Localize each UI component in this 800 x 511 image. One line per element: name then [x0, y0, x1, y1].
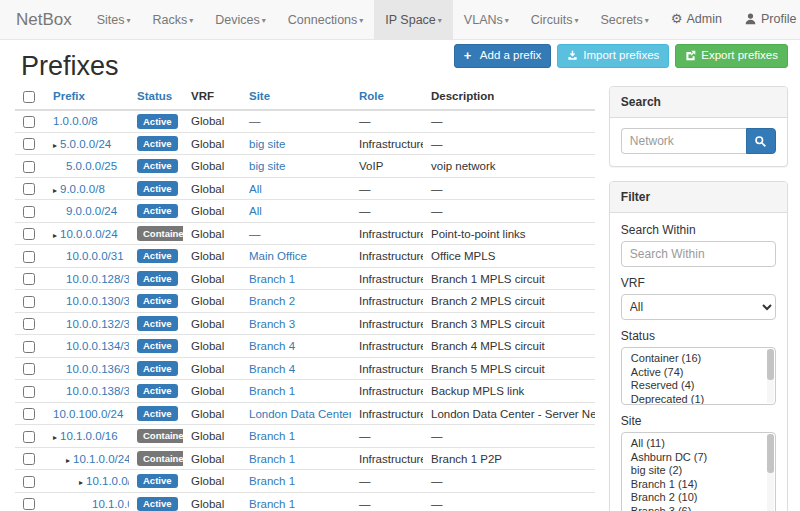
site-link[interactable]: Branch 1: [249, 273, 295, 285]
site-link: —: [249, 115, 261, 127]
row-checkbox[interactable]: [23, 138, 35, 150]
list-option[interactable]: big site (2): [622, 464, 775, 478]
admin-link[interactable]: ⚙ Admin: [660, 0, 733, 39]
table-row: 5.0.0.0/25 Active Global big site VoIP v…: [15, 155, 595, 178]
import-prefixes-button[interactable]: Import prefixes: [557, 44, 669, 68]
row-checkbox[interactable]: [23, 498, 35, 510]
row-checkbox[interactable]: [23, 251, 35, 263]
list-option[interactable]: Branch 1 (14): [622, 478, 775, 492]
list-option[interactable]: Ashburn DC (7): [622, 451, 775, 465]
role-value: Infrastructure: [359, 363, 423, 375]
prefix-link[interactable]: 5.0.0.0/25: [66, 160, 117, 172]
prefix-link[interactable]: 10.0.0.136/31: [66, 363, 129, 375]
prefix-link[interactable]: 9.0.0.0/24: [66, 205, 117, 217]
vrf-value: Global: [191, 160, 224, 172]
row-checkbox[interactable]: [23, 318, 35, 330]
search-button[interactable]: [746, 128, 776, 154]
site-filter-list: All (11)Ashburn DC (7)big site (2)Branch…: [621, 432, 776, 511]
nav-menu-item[interactable]: Sites▾: [86, 0, 142, 39]
prefix-link[interactable]: 10.0.0.128/31: [66, 273, 129, 285]
site-link[interactable]: Branch 1: [249, 475, 295, 487]
prefix-link[interactable]: 10.0.0.130/31: [66, 295, 129, 307]
site-link[interactable]: big site: [249, 138, 285, 150]
nav-menu-item[interactable]: Devices▾: [204, 0, 276, 39]
site-link[interactable]: Branch 4: [249, 363, 295, 375]
site-link[interactable]: Main Office: [249, 250, 307, 262]
row-checkbox[interactable]: [23, 431, 35, 443]
site-link[interactable]: Branch 4: [249, 340, 295, 352]
row-checkbox[interactable]: [23, 476, 35, 488]
row-checkbox[interactable]: [23, 408, 35, 420]
status-badge: Active: [137, 181, 178, 196]
site-link[interactable]: All: [249, 205, 262, 217]
nav-menu-item[interactable]: VLANs▾: [453, 0, 520, 39]
site-link[interactable]: Branch 1: [249, 498, 295, 510]
column-header-role[interactable]: Role: [351, 86, 423, 110]
export-icon: [685, 50, 696, 61]
expand-arrow-icon: ▸: [79, 478, 83, 487]
row-checkbox[interactable]: [23, 161, 35, 173]
row-checkbox[interactable]: [23, 116, 35, 128]
list-option[interactable]: Reserved (4): [622, 379, 775, 393]
scrollbar[interactable]: [767, 434, 774, 511]
prefix-link[interactable]: 10.0.0.134/31: [66, 340, 129, 352]
scrollbar[interactable]: [767, 349, 774, 403]
search-input[interactable]: [621, 128, 746, 154]
site-link[interactable]: Branch 1: [249, 453, 295, 465]
nav-menu-item[interactable]: Connections▾: [277, 0, 375, 39]
nav-menu-item[interactable]: Circuits▾: [520, 0, 590, 39]
row-checkbox[interactable]: [23, 386, 35, 398]
vrf-value: Global: [191, 115, 224, 127]
prefix-link[interactable]: 10.0.0.132/31: [66, 318, 129, 330]
nav-menu-item[interactable]: Racks▾: [142, 0, 205, 39]
column-header-status[interactable]: Status: [129, 86, 183, 110]
list-option[interactable]: Container (16): [622, 352, 775, 366]
prefix-link[interactable]: 10.0.0.138/31: [66, 385, 129, 397]
list-option[interactable]: Deprecated (1): [622, 393, 775, 406]
vrf-select[interactable]: All: [621, 294, 776, 320]
list-option[interactable]: Branch 2 (10): [622, 491, 775, 505]
site-link[interactable]: Branch 1: [249, 430, 295, 442]
column-header-prefix[interactable]: Prefix: [45, 86, 129, 110]
nav-menu-item[interactable]: Secrets▾: [589, 0, 659, 39]
row-checkbox[interactable]: [23, 296, 35, 308]
site-link[interactable]: All: [249, 183, 262, 195]
list-option[interactable]: Branch 3 (6): [622, 505, 775, 511]
prefix-link[interactable]: 5.0.0.0/24: [60, 138, 111, 150]
export-prefixes-button[interactable]: Export prefixes: [675, 44, 788, 68]
nav-menu-item[interactable]: IP Space▾: [374, 0, 453, 39]
row-checkbox[interactable]: [23, 228, 35, 240]
prefix-link[interactable]: 10.1.0.0/24: [73, 453, 129, 465]
prefix-link[interactable]: 10.0.0.0/31: [66, 250, 124, 262]
row-checkbox[interactable]: [23, 183, 35, 195]
prefix-link[interactable]: 9.0.0.0/8: [60, 183, 105, 195]
prefix-link[interactable]: 10.1.0.0/16: [60, 430, 118, 442]
page-title: Prefixes: [21, 51, 119, 82]
prefix-link[interactable]: 1.0.0.0/8: [53, 115, 98, 127]
expand-arrow-icon: ▸: [53, 433, 57, 442]
prefix-link[interactable]: 10.0.0.0/24: [60, 228, 118, 240]
site-link[interactable]: big site: [249, 160, 285, 172]
site-link[interactable]: Branch 3: [249, 318, 295, 330]
prefix-link[interactable]: 10.1.0.0/25: [86, 475, 129, 487]
row-checkbox[interactable]: [23, 273, 35, 285]
row-checkbox[interactable]: [23, 341, 35, 353]
add-prefix-button[interactable]: + Add a prefix: [454, 44, 551, 68]
row-checkbox[interactable]: [23, 206, 35, 218]
prefix-link[interactable]: 10.1.0.0/26: [92, 498, 129, 510]
row-checkbox[interactable]: [23, 363, 35, 375]
site-link[interactable]: London Data Center: [249, 408, 351, 420]
prefix-link[interactable]: 10.0.100.0/24: [53, 408, 123, 420]
site-link[interactable]: Branch 2: [249, 295, 295, 307]
list-option[interactable]: Active (74): [622, 366, 775, 380]
row-checkbox[interactable]: [23, 453, 35, 465]
select-all-checkbox[interactable]: [23, 91, 35, 103]
profile-link[interactable]: Profile: [733, 0, 800, 39]
brand-logo[interactable]: NetBox: [10, 0, 86, 39]
description-value: Point-to-point links: [431, 228, 526, 240]
list-option[interactable]: All (11): [622, 437, 775, 451]
search-within-input[interactable]: [621, 241, 776, 267]
site-link[interactable]: Branch 1: [249, 385, 295, 397]
column-header-site[interactable]: Site: [241, 86, 351, 110]
vrf-value: Global: [191, 453, 224, 465]
